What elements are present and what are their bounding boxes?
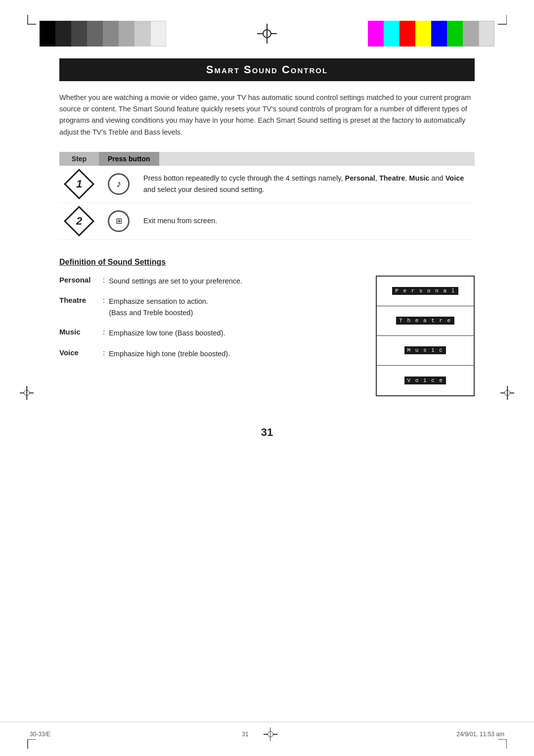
step-icon-1: ♪ [99,173,138,195]
def-desc-personal: Sound settings are set to your preferenc… [109,276,356,287]
personal-label: Personal [345,174,375,182]
bottom-page-num: 31 [242,731,248,738]
color-block-gray [463,21,479,47]
press-col-header: Press button [99,152,159,166]
menu-label-personal: P e r s o n a l [392,287,458,295]
def-term-music: Music [59,328,99,336]
def-desc-voice: Emphasize high tone (treble boosted). [109,348,356,360]
bw-block-4 [87,21,103,47]
step-desc-1: Press botton repeatedly to cycle through… [138,173,475,195]
step-num-text-2: 2 [76,215,82,228]
step-num-text-1: 1 [76,178,82,190]
menu-label-voice: V o i c e [404,377,446,384]
bw-block-6 [119,21,134,47]
step-row-2: 2 ⊞ Exit menu from screen. [59,203,475,240]
def-sub-theatre: (Bass and Treble boosted) [109,307,356,319]
menu-item-theatre: T h e a t r e [377,306,474,336]
def-term-personal: Personal [59,276,99,284]
step-desc-2: Exit menu from screen. [138,215,475,227]
color-block-cyan [384,21,400,47]
bottom-doc-code: 30-33/E [30,731,188,738]
definition-content: Personal : Sound settings are set to you… [59,276,475,396]
menu-item-music: M u s i c [377,336,474,366]
menu-label-music: M u s i c [404,346,446,354]
def-music: Music : Emphasize low tone (Bass boosted… [59,328,356,339]
color-block-green [447,21,463,47]
bw-block-8 [150,21,166,47]
definition-title: Definition of Sound Settings [59,258,475,267]
menu-label-theatre: T h e a t r e [396,317,454,325]
step-table-header: Step Press button [59,152,475,166]
top-crosshair [252,19,282,48]
def-term-theatre: Theatre [59,296,99,304]
page-number: 31 [59,426,475,439]
step-number-1: 1 [59,172,99,196]
intro-paragraph: Whether you are watching a movie or vide… [59,92,475,138]
corner-bracket-tr [498,15,507,25]
left-crosshair [20,386,34,400]
music-button-icon: ♪ [108,173,130,195]
bottom-bar: 30-33/E 31 24/9/01, 11:53 am [0,722,534,746]
def-desc-music: Emphasize low tone (Bass boosted). [109,328,356,339]
sound-menu-panel: P e r s o n a l T h e a t r e M u s i c … [376,276,475,396]
step-icon-2: ⊞ [99,210,138,232]
bottom-date-code: 24/9/01, 11:53 am [346,731,504,738]
step-diamond-1: 1 [67,172,91,196]
def-theatre: Theatre : Emphasize sensation to action.… [59,296,356,319]
bw-block-5 [103,21,119,47]
color-block-yellow [415,21,431,47]
def-personal: Personal : Sound settings are set to you… [59,276,356,287]
page-content: Smart Sound Control Whether you are watc… [0,58,534,439]
definition-list: Personal : Sound settings are set to you… [59,276,356,396]
step-row-1: 1 ♪ Press botton repeatedly to cycle thr… [59,166,475,203]
menu-icon: ⊞ [116,216,122,226]
bw-color-blocks [40,21,166,47]
def-voice: Voice : Emphasize high tone (treble boos… [59,348,356,360]
top-bar [0,0,534,58]
page-title: Smart Sound Control [59,58,475,81]
definition-section: Definition of Sound Settings Personal : … [59,258,475,396]
menu-button-icon: ⊞ [108,210,130,232]
step-diamond-2: 2 [67,209,91,234]
step-number-2: 2 [59,209,99,234]
color-blocks [368,21,494,47]
right-crosshair [500,386,514,400]
corner-bracket-tl [27,15,36,25]
menu-item-personal: P e r s o n a l [377,277,474,306]
bw-block-1 [40,21,55,47]
def-term-voice: Voice [59,348,99,357]
bw-block-3 [71,21,87,47]
color-block-magenta [368,21,384,47]
color-block-blue [431,21,447,47]
def-desc-theatre: Emphasize sensation to action. (Bass and… [109,296,356,319]
menu-item-voice: V o i c e [377,366,474,395]
theatre-label: Theatre [379,174,405,182]
music-label: Music [409,174,429,182]
color-block-lightgray [479,21,494,47]
step-col-header: Step [59,152,99,166]
voice-label: Voice [445,174,464,182]
bottom-crosshair [264,727,277,741]
bw-block-7 [134,21,150,47]
music-note-icon: ♪ [116,178,121,189]
color-block-red [400,21,415,47]
bw-block-2 [55,21,71,47]
